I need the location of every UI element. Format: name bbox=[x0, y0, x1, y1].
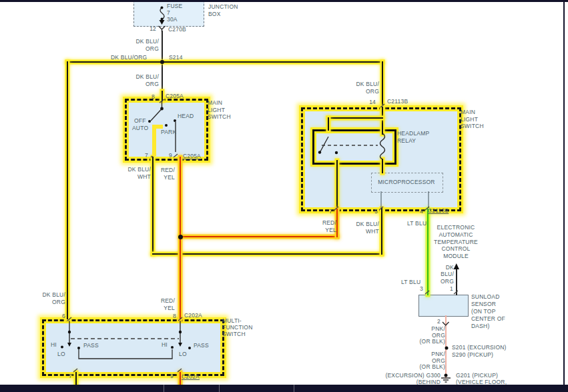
connector-link-c2113b[interactable]: C2113B bbox=[428, 207, 449, 215]
splice-s214-dot bbox=[160, 60, 164, 64]
eatc-module-label: ELECTRONIC AUTOMATIC TEMPERATURE CONTROL… bbox=[424, 224, 488, 260]
mls-left-park: PARK bbox=[161, 129, 176, 136]
wiring-diagram-canvas: CENTRAL JUNCTION BOX FUSE 7 30A 12 C270B… bbox=[0, 0, 568, 392]
mfs-pass-left: PASS bbox=[83, 342, 99, 349]
bottom-bar-separator bbox=[164, 385, 164, 392]
bottom-bar-separator bbox=[219, 385, 220, 392]
mfs-lo-right: LO bbox=[179, 351, 187, 358]
wire-dkblu-org-to-c2113b bbox=[382, 61, 383, 107]
sunload-pin-3: 3 bbox=[414, 285, 423, 293]
wire-mfs-pin7-out bbox=[75, 372, 77, 385]
mls-left-pin-b1: 7 bbox=[139, 152, 148, 159]
junction-red-yel-dot bbox=[178, 235, 183, 239]
wire-dkblu-org-left-vert bbox=[67, 61, 68, 319]
label-dkblu-org-sun: DK BLU/ ORG bbox=[434, 264, 454, 285]
microprocessor-label: MICROPROCESSOR bbox=[371, 179, 442, 186]
label-pnk-org-2: PNK/ ORG (OR BLK) bbox=[414, 351, 445, 371]
mls-right-pin-b3: 4 bbox=[414, 208, 423, 215]
sunload-sensor-box bbox=[418, 295, 469, 317]
mfs-pin-t1: 6 bbox=[56, 313, 65, 320]
mls-left-head: HEAD bbox=[178, 113, 194, 120]
mls-left-auto: AUTO bbox=[132, 125, 148, 132]
mls-right-pin-top: 14 bbox=[364, 99, 376, 106]
mfs-hi-right: HI bbox=[162, 341, 168, 349]
mls-right-pin-b2: 5 bbox=[368, 208, 378, 215]
wire-fuse-to-s214 bbox=[162, 31, 163, 61]
label-dkblu-org-v2: DK BLU/ ORG bbox=[117, 73, 159, 87]
label-dkblu-org-v1: DK BLU/ ORG bbox=[117, 38, 159, 52]
splice-s214-label: S214 bbox=[169, 54, 183, 61]
wire-dkblu-wht-right-vert bbox=[381, 208, 382, 255]
sunload-pin-2: 2 bbox=[431, 318, 441, 325]
label-red-yel-2: RED/ YEL bbox=[316, 219, 336, 233]
mfs-pin-b1: 7 bbox=[63, 373, 72, 380]
label-pnk-org-1: PNK/ ORG (OR BLK) bbox=[414, 326, 445, 345]
wire-s214-down bbox=[162, 64, 163, 91]
splice-s201-label: S201 (EXCURSION) bbox=[452, 344, 507, 351]
wire-dkblu-org-main bbox=[67, 61, 383, 63]
mfs-pass-right: PASS bbox=[194, 342, 209, 349]
wire-dkblu-wht-horiz bbox=[152, 253, 382, 255]
label-red-yel-3: RED/ YEL bbox=[155, 297, 175, 311]
headlamp-relay-label: HEADLAMP RELAY bbox=[397, 130, 429, 144]
splice-s290-label: S290 (PICKUP) bbox=[452, 351, 493, 359]
wire-relay-branch-v bbox=[328, 117, 329, 131]
wire-pnk-org-ground bbox=[445, 315, 447, 379]
wire-coil-to-micro bbox=[382, 159, 383, 173]
wire-dkblu-org-sunload bbox=[456, 269, 457, 295]
label-dkblu-wht-2: DK BLU/ WHT bbox=[343, 221, 379, 235]
label-red-yel-1: RED/ YEL bbox=[155, 167, 175, 181]
label-dkblu-wht-1: DK BLU/ WHT bbox=[115, 166, 151, 180]
fuse-label: FUSE bbox=[167, 3, 182, 10]
wire-relay-branch-h bbox=[328, 117, 383, 119]
mls-left-pin-b2: 9 bbox=[163, 152, 172, 159]
mfs-pin-b2: 9 bbox=[164, 373, 174, 380]
wire-relay-feed-vert bbox=[382, 107, 383, 135]
mfs-conn-top: C202A bbox=[184, 312, 202, 319]
wire-relay-out-left bbox=[336, 160, 338, 209]
mfs-pin-t2: 8 bbox=[167, 313, 176, 320]
connector-link-c205a[interactable]: C205A bbox=[183, 153, 201, 160]
top-frame-bar bbox=[0, 0, 568, 2]
sunload-sensor-label: SUNLOAD SENSOR (ON TOP CENTER OF DASH) bbox=[471, 293, 505, 330]
mls-right-conn-top: C2113B bbox=[387, 98, 408, 105]
sunload-pin-1: 1 bbox=[444, 285, 453, 293]
bottom-frame-bar bbox=[0, 385, 568, 392]
mls-left-conn-top: C205A bbox=[166, 93, 184, 100]
connector-link-c202a[interactable]: C202A bbox=[182, 373, 200, 381]
junction-box-label: CENTRAL JUNCTION BOX bbox=[208, 0, 238, 18]
headlamp-relay-box bbox=[312, 129, 396, 165]
mls-left-title: MAIN LIGHT SWITCH bbox=[208, 99, 231, 121]
wire-red-yel-horiz bbox=[180, 236, 338, 237]
fuse-number: 7 bbox=[167, 9, 170, 17]
pin-12: 12 bbox=[143, 25, 156, 33]
mfs-title: MULTI- FUNCTION SWITCH bbox=[222, 317, 253, 337]
wire-dkblu-org-to-c205a bbox=[162, 91, 163, 101]
connector-c270b: C270B bbox=[168, 26, 186, 33]
mfs-hi-left: HI bbox=[51, 341, 57, 349]
label-dkblu-org-right: DK BLU/ ORG bbox=[339, 81, 379, 95]
bottom-bar-separator bbox=[294, 385, 294, 392]
ground-g300-label: (EXCURSION) G300 bbox=[371, 372, 441, 379]
mls-right-pin-b1: 7 bbox=[323, 208, 332, 215]
ground-g201-label: G201 (PICKUP) bbox=[456, 372, 498, 379]
mls-right-title: MAIN LIGHT SWITCH bbox=[461, 109, 484, 130]
mfs-lo-left: LO bbox=[57, 351, 65, 358]
fuse-rating: 30A bbox=[167, 16, 178, 23]
right-frame-line bbox=[563, 0, 565, 392]
label-lt-blu-2: LT BLU bbox=[401, 279, 420, 286]
wire-red-yel-right-vert bbox=[336, 209, 338, 237]
wire-mfs-pin9-out bbox=[180, 372, 181, 385]
label-dkblu-org-h: DK BLU/ORG bbox=[111, 54, 147, 61]
label-dkblu-org-left: DK BLU/ ORG bbox=[27, 291, 65, 305]
wire-dkblu-wht-left-vert bbox=[152, 157, 154, 255]
mls-left-pin-top: 8 bbox=[143, 93, 155, 101]
mls-left-off: OFF bbox=[134, 117, 146, 125]
